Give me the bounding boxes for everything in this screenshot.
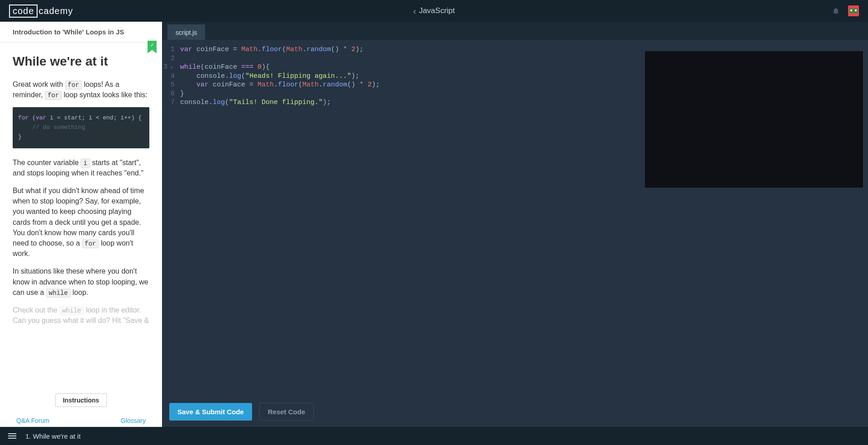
footer-breadcrumb[interactable]: 1. While we're at it (25, 432, 81, 440)
code-line-5: var coinFace = Math.floor(Math.random() … (180, 80, 380, 90)
inline-code-for: for (65, 80, 82, 90)
submit-button[interactable]: Save & Submit Code (169, 403, 252, 421)
gutter-line: 3 ▾ (162, 63, 180, 72)
lesson-content[interactable]: While we're at it Great work with for lo… (0, 43, 162, 427)
code-line-3: while(coinFace === 0){ (180, 63, 270, 72)
gutter-line: 5 (162, 80, 180, 90)
lesson-p2: The counter variable i starts at "start"… (13, 157, 149, 178)
logo-box: code (9, 5, 38, 18)
logo-text: cademy (38, 6, 73, 16)
code-line-1: var coinFace = Math.floor(Math.random() … (180, 45, 363, 54)
check-icon: ✓ (150, 42, 154, 48)
main-area: Introduction to 'While' Loops in JS ✓ Wh… (0, 22, 868, 427)
course-title-text: JavaScript (419, 6, 455, 15)
code-line-6: } (180, 90, 184, 99)
reset-button[interactable]: Reset Code (259, 403, 314, 421)
logo[interactable]: code cademy (9, 5, 73, 18)
gutter-line: 7 (162, 98, 180, 107)
inline-code-for: for (45, 91, 62, 100)
inline-code-for: for (82, 239, 99, 248)
gutter-line: 4 (162, 72, 180, 81)
code-line-7: console.log("Tails! Done flipping."); (180, 98, 331, 107)
app-header: code cademy ‹ JavaScript (0, 0, 868, 22)
inline-code-while: while (46, 289, 71, 298)
inline-code-i: i (81, 159, 90, 168)
chevron-left-icon: ‹ (413, 6, 416, 16)
glossary-link[interactable]: Glossary (121, 417, 146, 424)
svg-rect-3 (849, 7, 858, 9)
editor-tabs: script.js (162, 22, 868, 40)
code-line-4: console.log("Heads! Flipping again..."); (180, 72, 359, 81)
lesson-p3: But what if you didn't know ahead of tim… (13, 185, 149, 259)
gutter-line: 6 (162, 90, 180, 99)
editor-area: script.js 1var coinFace = Math.floor(Mat… (162, 22, 868, 427)
lesson-header: Introduction to 'While' Loops in JS (0, 22, 162, 43)
lesson-panel: Introduction to 'While' Loops in JS ✓ Wh… (0, 22, 162, 427)
app-footer: 1. While we're at it (0, 427, 868, 445)
avatar[interactable] (848, 5, 859, 16)
lesson-header-text: Introduction to 'While' Loops in JS (13, 28, 124, 36)
lesson-faded: Check out the while loop in the editor. … (13, 305, 149, 326)
editor-footer: Save & Submit Code Reset Code (162, 397, 868, 427)
gutter-line: 1 (162, 45, 180, 54)
course-title[interactable]: ‹ JavaScript (413, 6, 455, 16)
tab-scriptjs[interactable]: script.js (167, 24, 205, 40)
instructions-tab[interactable]: Instructions (55, 393, 107, 407)
bell-icon[interactable] (832, 7, 840, 15)
svg-rect-4 (849, 13, 858, 15)
lesson-code-block: for (var i = start; i < end; i++) { // d… (13, 107, 149, 148)
qa-forum-link[interactable]: Q&A Forum (16, 417, 49, 424)
svg-rect-1 (850, 9, 852, 11)
lesson-p1: Great work with for loops! As a reminder… (13, 79, 149, 100)
menu-icon[interactable] (8, 433, 16, 439)
output-panel (644, 51, 863, 188)
lesson-title: While we're at it (13, 52, 149, 71)
gutter-line: 2 (162, 54, 180, 63)
svg-rect-2 (855, 9, 857, 11)
lesson-p4: In situations like these where you don't… (13, 266, 149, 298)
lesson-bottom-links: Q&A Forum Glossary (0, 414, 162, 427)
